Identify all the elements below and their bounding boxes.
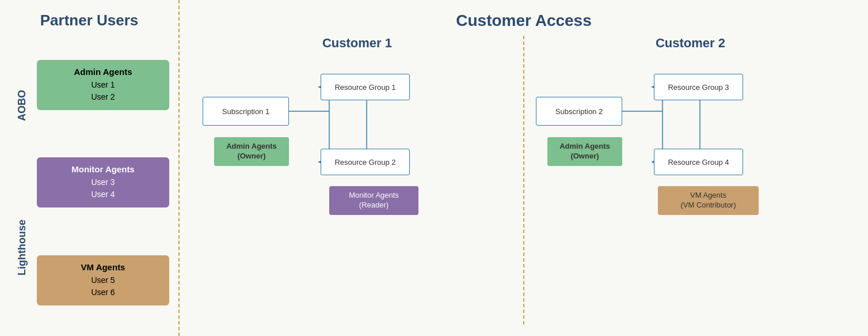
vm-agents-contributor-c2: VM Agents(VM Contributor) [658, 186, 759, 215]
customer-access-panel: Customer Access Customer 1 [180, 0, 868, 336]
monitor-agents-group: Monitor Agents User 3 User 4 [37, 157, 169, 207]
admin-agents-owner-c1: Admin Agents(Owner) [214, 137, 289, 166]
lighthouse-label: Lighthouse [16, 220, 28, 275]
admin-agents-user2: User 2 [91, 91, 115, 103]
admin-agents-title: Admin Agents [74, 67, 132, 77]
resource-group-1-box: Resource Group 1 [321, 74, 410, 100]
side-labels: AOBO Lighthouse [12, 41, 32, 324]
customer-1-title: Customer 1 [197, 36, 517, 51]
customer-2-diagram: Subscription 2 Admin Agents(Owner) Resou… [530, 62, 851, 324]
resource-group-3-box: Resource Group 3 [654, 74, 743, 100]
customer-2-title: Customer 2 [530, 36, 851, 51]
vm-agents-group: VM Agents User 5 User 6 [37, 255, 169, 305]
customers-row: Customer 1 [191, 36, 856, 324]
resource-group-2-box: Resource Group 2 [321, 149, 410, 175]
customer-2-section: Customer 2 [524, 36, 856, 324]
monitor-agents-user3: User 3 [91, 176, 115, 188]
aobo-lighthouse-container: AOBO Lighthouse Admin Agents User 1 User… [12, 41, 178, 324]
admin-agents-user1: User 1 [91, 79, 115, 91]
partner-panel: Partner Users AOBO Lighthouse Admin Agen… [0, 0, 178, 336]
customer-1-section: Customer 1 [191, 36, 523, 324]
monitor-agents-reader-c1: Monitor Agents(Reader) [329, 186, 418, 215]
vm-agents-title: VM Agents [81, 262, 125, 272]
subscription-2-box: Subscription 2 [536, 97, 622, 126]
subscription-1-box: Subscription 1 [203, 97, 289, 126]
customer-access-title: Customer Access [191, 12, 856, 30]
admin-agents-group: Admin Agents User 1 User 2 [37, 60, 169, 110]
vm-agents-user5: User 5 [91, 274, 115, 286]
admin-agents-owner-c2: Admin Agents(Owner) [547, 137, 622, 166]
vm-agents-user6: User 6 [91, 286, 115, 299]
resource-group-4-box: Resource Group 4 [654, 149, 743, 175]
monitor-agents-user4: User 4 [91, 188, 115, 201]
customer-1-diagram: Subscription 1 Admin Agents(Owner) Resou… [197, 62, 517, 324]
groups-column: Admin Agents User 1 User 2 Monitor Agent… [37, 41, 178, 324]
main-container: Partner Users AOBO Lighthouse Admin Agen… [0, 0, 868, 336]
partner-users-title: Partner Users [12, 12, 178, 29]
aobo-label: AOBO [16, 90, 28, 121]
monitor-agents-title: Monitor Agents [71, 164, 134, 174]
